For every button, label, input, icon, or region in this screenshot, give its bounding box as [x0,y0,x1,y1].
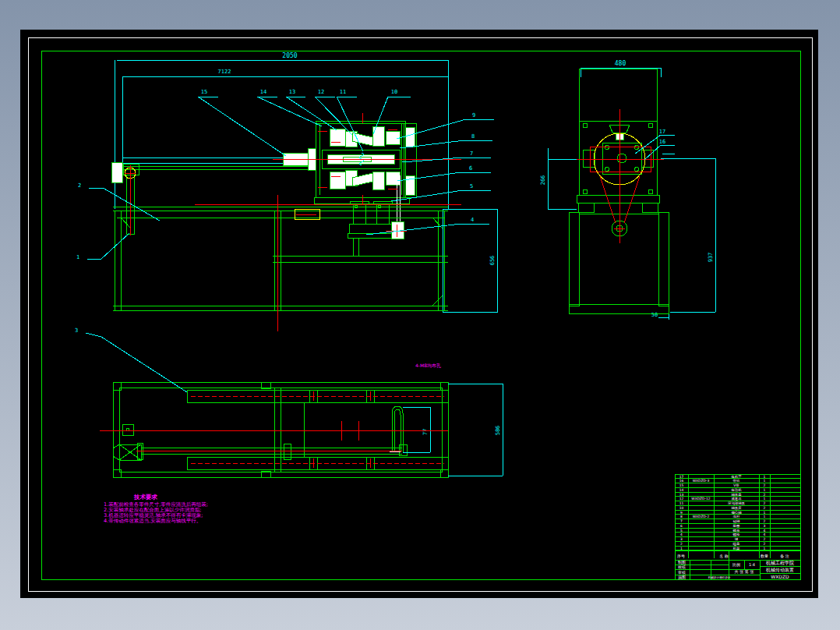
bom-cell: 14 [679,488,684,492]
bom-cell: 键 [734,537,739,541]
dim-top-view-slot: 77 [422,429,429,435]
org-name: 机械工程学院 [766,560,794,566]
bom-cell: 5 [680,529,683,533]
bom-header-name: 名 称 [719,554,729,558]
project-name: 机械设计课程设计 [708,575,731,579]
bom-cell: 1 [680,547,683,550]
bom-cell: 1 [764,511,766,515]
bom-cell: 2 [764,506,766,510]
bom-cell: 销轴 [733,519,740,523]
bom-cell: 1 [764,497,766,501]
part-number-label: 4 [471,217,474,223]
bom-cell: 3 [680,537,683,541]
sign-label: 描图 [678,575,686,580]
bom-cell: 2 [680,542,683,546]
scale-label: 比例 [732,562,740,568]
part-number-label: 12 [318,89,324,95]
part-number-label: 5 [470,183,473,189]
bom-cell: 1 [764,515,766,519]
part-number-label: 13 [289,89,295,95]
product-name: 机械传动装置 [766,567,794,572]
notes-title: 技术要求 [133,494,158,501]
bom-cell: 机架 [733,547,740,550]
bom-cell: V带 [733,483,739,487]
bom-header-no: 序号 [677,554,685,559]
bom-cell: 2 [764,483,766,487]
bom-cell: 电机罩 [731,475,742,479]
bom-cell: 4 [764,533,766,536]
bom-cell: 9 [680,511,683,515]
part-number-label: 7 [470,150,473,157]
notes-line: 4.带传动件张紧适当,安装面应与轴线平行。 [104,518,201,524]
dim-front-top-width: 2050 [282,52,297,59]
part-number-label: 3 [75,327,78,334]
bom-cell: 深沟球轴承 [728,501,746,505]
bom-cell: 11 [679,501,684,505]
bom-cell: 1 [764,475,766,479]
bom-header-remark: 备 注 [780,554,789,558]
dim-front-height: 656 [489,256,496,266]
bom-cell: 2 [764,542,766,546]
bom-cell: WXDZD-12 [691,497,710,501]
dim-front-inner-width: 7122 [218,69,231,75]
dim-side-right-height: 937 [708,253,714,263]
bom-cell: WXDZD-2 [693,515,710,519]
part-number-label: 10 [391,89,397,95]
dim-side-foot: 50 [651,312,658,318]
part-number-label: 2 [78,182,81,189]
bom-cell: 17 [679,475,684,479]
bom-cell: 螺母 [733,529,740,533]
bom-cell: 1 [764,488,766,492]
sheet-count: 共 张 第 张 [735,569,754,575]
sign-label: 审核 [678,570,686,575]
cad-viewport[interactable]: 2050 7122 656 [0,0,840,630]
bom-cell: WXDZD-3 [693,479,710,483]
part-number-label: 17 [659,129,665,135]
bom-cell: 轴承盖 [731,493,742,497]
part-number-label: 8 [471,133,475,140]
bom-header-qty: 数量 [761,554,768,558]
part-number-label: 11 [340,89,346,95]
bom-cell: 16 [679,479,684,483]
bom-cell: 垫圈 [733,524,740,528]
bom-cell: 4 [764,529,766,533]
bom-cell: 2 [764,519,766,523]
bom-cell: 7 [680,519,683,523]
bom-cell: 8 [680,515,683,519]
bom-cell: 10 [679,506,684,510]
scale-value: 1:4 [749,562,755,567]
part-number-label: 16 [659,139,665,145]
bom-cell: 13 [679,493,684,497]
bom-cell: 12 [679,497,684,501]
bom-cell: 电动机 [731,488,742,492]
bom-cell: 端盖 [732,542,740,546]
bom-cell: 6 [680,524,683,528]
cad-application-window: 2050 7122 656 [0,0,840,630]
bom-cell: 螺栓 [733,533,740,536]
sign-label: 校核 [677,565,686,569]
dim-side-left-height: 266 [540,175,546,186]
hole-annotation: 4-M8均布孔 [415,363,441,369]
part-number-label: 9 [472,112,475,119]
bom-cell: 1 [764,547,766,550]
part-number-label: 1 [76,254,79,260]
bom-cell: 连杆 [733,515,740,519]
dim-top-view-height: 586 [495,426,501,436]
part-number-label: 6 [469,165,472,172]
bom-cell: 4 [680,533,683,536]
bom-cell: 2 [764,537,766,541]
bom-cell: 2 [764,501,766,505]
drawing-number: WXDZD [771,574,789,579]
bom-cell: 3 [764,524,766,528]
bom-cell: 1 [764,479,766,483]
part-number-label: 15 [201,89,207,95]
part-number-label: 14 [260,89,266,95]
bom-cell: 减速器 [731,497,742,501]
dim-side-top-width: 480 [615,60,626,67]
bom-cell: 2 [764,493,766,497]
bom-cell: 带轮 [733,479,740,483]
bom-cell: 15 [679,483,684,487]
bom-cell: 轴承座 [731,506,742,510]
